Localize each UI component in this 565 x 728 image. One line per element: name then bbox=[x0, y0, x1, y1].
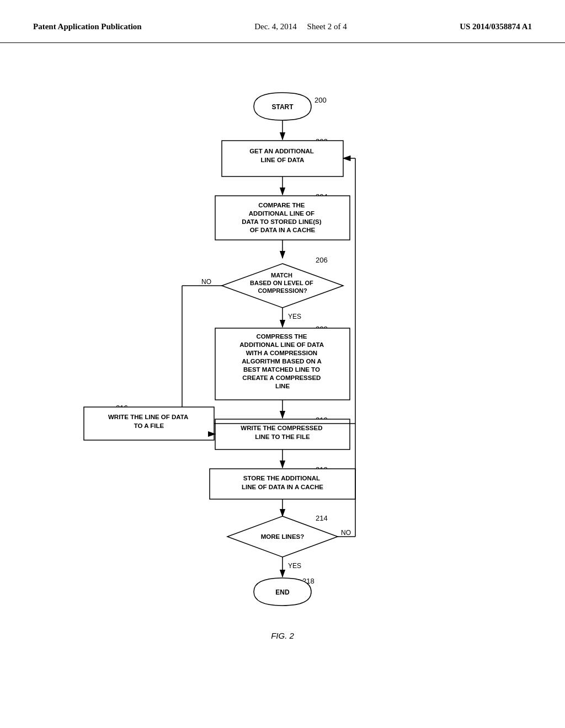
header-left: Patent Application Publication bbox=[33, 22, 142, 31]
start-label: START bbox=[271, 103, 294, 111]
yes-label-214: YES bbox=[288, 562, 301, 570]
no-label-214: NO bbox=[341, 529, 351, 537]
header-sheet: Sheet 2 of 4 bbox=[307, 22, 347, 31]
no-label-206: NO bbox=[201, 278, 211, 286]
ref-206: 206 bbox=[316, 256, 328, 264]
diagram-area: 200 START 202 GET AN ADDITIONAL LINE OF … bbox=[0, 43, 565, 705]
end-label: END bbox=[275, 588, 290, 596]
page-header: Patent Application Publication Dec. 4, 2… bbox=[0, 0, 565, 43]
header-date: Dec. 4, 2014 bbox=[254, 22, 297, 31]
fig-caption: FIG. 2 bbox=[271, 631, 294, 640]
n214-label: MORE LINES? bbox=[261, 533, 305, 540]
n208-label: COMPRESS THE ADDITIONAL LINE OF DATA WIT… bbox=[239, 333, 325, 389]
ref-214: 214 bbox=[316, 514, 328, 522]
header-center: Dec. 4, 2014 Sheet 2 of 4 bbox=[254, 22, 347, 31]
ref-200: 200 bbox=[315, 96, 327, 104]
header-right: US 2014/0358874 A1 bbox=[460, 22, 532, 31]
yes-label-206: YES bbox=[288, 313, 301, 320]
flowchart-svg: 200 START 202 GET AN ADDITIONAL LINE OF … bbox=[0, 43, 565, 705]
